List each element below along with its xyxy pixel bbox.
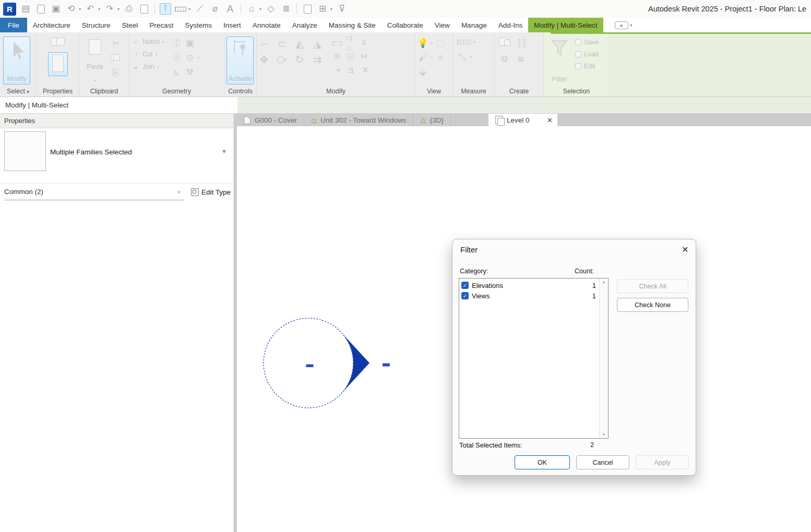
paint-icon[interactable]: ⚒: [185, 67, 195, 77]
sync-with-central-icon[interactable]: ⟲: [65, 3, 77, 15]
mirror-axis-icon[interactable]: ◭: [294, 39, 305, 49]
selection-dash-left[interactable]: [306, 365, 314, 368]
opening-icon[interactable]: ▣: [185, 38, 195, 48]
mirror-draw-icon[interactable]: ◮: [312, 39, 323, 49]
override-graphics-icon[interactable]: 🖌: [418, 52, 428, 63]
type-selector[interactable]: Multiple Families Selected ▼: [0, 128, 233, 184]
dimension-dropdown-caret[interactable]: ▾: [188, 7, 190, 11]
tile-dropdown-caret[interactable]: ▾: [330, 7, 332, 11]
displace-icon[interactable]: ⬙: [418, 67, 428, 77]
split-gap-icon[interactable]: □|□: [347, 39, 355, 47]
create-group-icon[interactable]: ⟦⟧: [517, 38, 527, 48]
move-icon[interactable]: ✥: [259, 54, 269, 65]
notch-dropdown[interactable]: ⫟ Notch▾: [132, 38, 164, 46]
tab-massing-site[interactable]: Massing & Site: [323, 18, 381, 32]
transfer-standards-icon[interactable]: [138, 3, 150, 15]
scroll-down-icon[interactable]: ▼: [602, 432, 606, 437]
elevation-marker-circle[interactable]: [264, 318, 353, 408]
properties-filter-dropdown[interactable]: Common (2) ˅: [4, 184, 184, 200]
trim-extend-icon[interactable]: ⇥: [333, 66, 341, 74]
modify-active-icon[interactable]: ⊺: [160, 3, 171, 15]
array-icon[interactable]: ⇉: [312, 54, 323, 65]
tab-annotate[interactable]: Annotate: [247, 18, 287, 32]
tab-steel[interactable]: Steel: [116, 18, 144, 32]
split-face-icon[interactable]: ⊾: [172, 67, 182, 77]
undo-dropdown-caret[interactable]: ▾: [98, 7, 100, 11]
save-icon[interactable]: ▣: [50, 3, 62, 15]
load-selection-button[interactable]: Load: [575, 51, 599, 58]
elevations-checkbox[interactable]: ✓: [461, 282, 469, 289]
dialog-close-icon[interactable]: ×: [682, 243, 688, 256]
copy-modify-icon[interactable]: ⧂: [277, 54, 287, 65]
file-tabs-icon[interactable]: ▤: [20, 3, 31, 15]
create-similar-icon[interactable]: [499, 38, 510, 48]
category-row-views[interactable]: ✓ Views 1: [459, 291, 599, 301]
rotate-icon[interactable]: ↻: [294, 54, 305, 65]
type-selector-dropdown-caret[interactable]: ▼: [221, 148, 227, 154]
tab-add-ins[interactable]: Add-Ins: [493, 18, 529, 32]
text-icon[interactable]: A: [224, 3, 236, 15]
customize-qat-icon[interactable]: ⊽: [336, 3, 348, 15]
properties-palette-icon[interactable]: [48, 52, 68, 76]
views-checkbox[interactable]: ✓: [461, 292, 469, 299]
selection-dash-right[interactable]: [383, 364, 390, 367]
demolish-icon[interactable]: ⊙: [185, 52, 195, 63]
home-icon[interactable]: ⌂: [246, 3, 257, 15]
section-icon[interactable]: ◇: [265, 3, 277, 15]
tab-manage[interactable]: Manage: [456, 18, 493, 32]
cut-geometry-dropdown[interactable]: ◔ Cut▾: [132, 50, 157, 58]
aligned-dimension-icon[interactable]: [175, 3, 186, 15]
tab-collaborate[interactable]: Collaborate: [381, 18, 429, 32]
cut-clipboard-icon[interactable]: ✂: [111, 38, 121, 49]
hide-elements-icon[interactable]: 💡: [418, 38, 428, 48]
redo-dropdown-caret[interactable]: ▾: [117, 7, 120, 11]
ribbon-collapse-control[interactable]: ▲ ▾: [615, 18, 633, 32]
family-types-icon[interactable]: [51, 38, 65, 48]
modify-tool-button[interactable]: Modify: [3, 37, 30, 84]
tile-windows-icon[interactable]: ⊞: [317, 3, 328, 15]
open-icon[interactable]: [35, 3, 46, 15]
view-tab-g000-cover[interactable]: G000 - Cover: [237, 114, 304, 126]
measure-between-icon[interactable]: [457, 40, 471, 44]
tab-insert[interactable]: Insert: [218, 18, 247, 32]
view-tab-3d[interactable]: ⌂ {3D}: [413, 114, 451, 126]
sync-dropdown-caret[interactable]: ▾: [79, 7, 81, 11]
match-type-icon[interactable]: ⎘: [111, 67, 121, 78]
beam-icon[interactable]: ⍓: [172, 52, 182, 63]
tab-structure[interactable]: Structure: [76, 18, 116, 32]
apply-button[interactable]: Apply: [636, 455, 689, 469]
wall-sweep-icon[interactable]: ⎅: [172, 38, 182, 48]
ok-button[interactable]: OK: [515, 455, 570, 469]
tab-view[interactable]: View: [429, 18, 456, 32]
thin-lines-icon[interactable]: ≣: [280, 3, 292, 15]
unpin-icon[interactable]: ⊼: [360, 39, 368, 47]
split-element-icon[interactable]: ⊏⊐: [333, 39, 341, 47]
edit-selection-button[interactable]: Edit: [575, 63, 595, 70]
home-dropdown-caret[interactable]: ▾: [259, 7, 261, 11]
trim-corner-icon[interactable]: ⊞: [333, 52, 341, 60]
tab-systems[interactable]: Systems: [179, 18, 218, 32]
extend-multiple-icon[interactable]: ⇶: [347, 66, 355, 74]
cancel-button[interactable]: Cancel: [576, 455, 629, 469]
offset-icon[interactable]: ⊂: [277, 39, 287, 49]
delete-icon[interactable]: ✕: [360, 65, 371, 75]
close-hidden-windows-icon[interactable]: [302, 3, 313, 15]
copy-icon[interactable]: [111, 53, 120, 63]
elevation-marker-arrow[interactable]: [342, 333, 369, 393]
check-none-button[interactable]: Check None: [617, 298, 688, 312]
pin-icon[interactable]: ⋈: [360, 52, 368, 60]
tab-file[interactable]: File: [0, 18, 27, 32]
linework-icon[interactable]: ≡: [435, 52, 446, 63]
tab-precast[interactable]: Precast: [144, 18, 179, 32]
print-icon[interactable]: ⎙: [123, 3, 135, 15]
scroll-up-icon[interactable]: ▲: [602, 280, 606, 284]
tab-analyze[interactable]: Analyze: [287, 18, 323, 32]
edit-type-button[interactable]: Edit Type: [191, 188, 231, 196]
list-scrollbar[interactable]: ▲ ▼: [599, 279, 608, 438]
create-parts-icon[interactable]: ⧉: [499, 53, 509, 64]
save-selection-button[interactable]: Save: [575, 39, 599, 46]
trim-single-icon[interactable]: ◱: [347, 52, 355, 60]
check-all-button[interactable]: Check All: [617, 279, 688, 293]
filter-button[interactable]: Filter: [546, 37, 573, 84]
tag-icon[interactable]: ⌀: [209, 3, 221, 15]
